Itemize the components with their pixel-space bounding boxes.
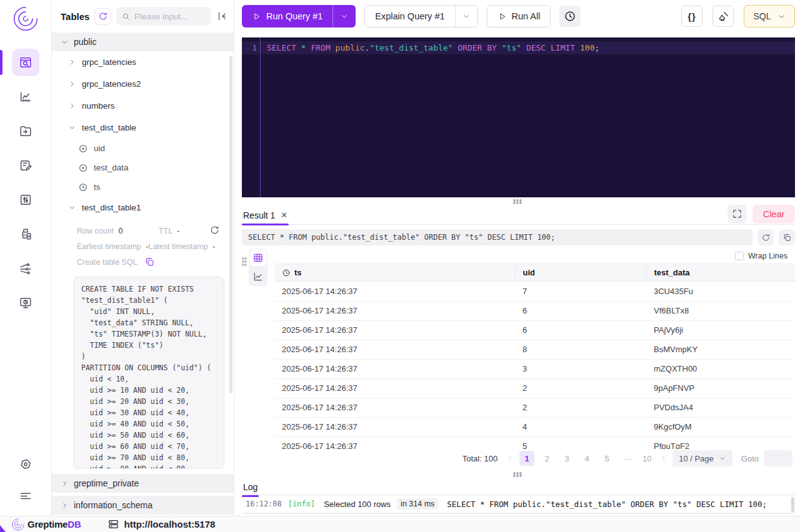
create-sql-row: Create table SQL [77,255,225,270]
table-row[interactable]: 2025-06-17 14:26:373mZQXTH00 [274,359,795,378]
tree-item-public[interactable]: public [52,32,234,51]
refresh-tables-button[interactable] [94,8,111,25]
copy-query-button[interactable] [779,229,795,245]
chevron-right-icon[interactable] [68,58,76,66]
explain-query-dropdown[interactable] [455,6,478,27]
greptime-logo-icon[interactable] [12,5,39,32]
rerun-query-button[interactable] [758,229,774,245]
sql-editor[interactable]: 1 SELECT * FROM public."test_dist_table"… [242,37,795,197]
clear-editor-button[interactable] [712,6,734,27]
page-10[interactable]: 10 [639,451,654,466]
nav-item-dashboards[interactable] [12,83,39,111]
editor-result-splitter[interactable] [235,197,800,206]
explain-query-button[interactable]: Explain Query #1 [365,11,454,21]
table-cell: 2 [515,398,646,417]
nav-item-cluster[interactable] [12,220,39,248]
chart-view-button[interactable] [250,268,266,285]
page-3[interactable]: 3 [559,451,574,466]
table-row[interactable]: 2025-06-17 14:26:375PfpuTqF2 [274,436,795,449]
strip-drag-handle[interactable] [242,257,247,266]
tree-item-numbers[interactable]: numbers [52,95,234,117]
nav-item-monitor[interactable] [12,289,39,317]
chevron-right-icon[interactable] [68,80,76,88]
chevron-right-icon[interactable] [68,102,76,110]
result-tab[interactable]: Result 1 ✕ [242,206,289,225]
page-4[interactable]: 4 [579,451,594,466]
chevron-down-icon[interactable] [61,38,69,46]
table-row[interactable]: 2025-06-17 14:26:3773CU435Fu [274,282,795,301]
page-5[interactable]: 5 [599,451,614,466]
clear-results-button[interactable]: Clear [752,205,795,224]
nav-item-scripts[interactable] [12,152,39,179]
goto-page-input[interactable] [764,450,792,466]
page-size-select[interactable]: 10 / Page [672,450,732,466]
fullscreen-button[interactable] [728,205,746,224]
chart-icon [19,90,32,104]
tree-item-uid[interactable]: uid [52,139,234,158]
result-log-splitter[interactable] [235,470,800,479]
tree-item-grpc_latencies[interactable]: grpc_latencies [52,51,234,73]
query-history-button[interactable] [559,6,581,27]
table-row[interactable]: 2025-06-17 14:26:376PAjVy6ji [274,320,795,340]
close-tab-icon[interactable]: ✕ [281,210,288,220]
table-row[interactable]: 2025-06-17 14:26:372PVDdsJA4 [274,398,795,417]
collapse-panel-icon[interactable] [216,11,228,22]
tree-item-ts[interactable]: ts [52,177,234,197]
tree-item-grpc_latencies2[interactable]: grpc_latencies2 [52,73,234,95]
chevron-down-icon[interactable] [68,124,76,132]
edit-document-icon [19,159,32,172]
nav-item-ingest[interactable] [12,117,39,145]
chevron-right-icon[interactable] [61,480,69,488]
query-echo-bar: SELECT * FROM public."test_dist_table" O… [242,229,795,245]
editor-code-line[interactable]: SELECT * FROM public."test_dist_table" O… [267,41,599,54]
prev-page-icon[interactable] [506,455,514,463]
table-view-button[interactable] [250,250,266,266]
nav-item-tables[interactable] [12,49,39,76]
server-url-text: http://localhost:5178 [124,519,216,530]
tree-item-test_dist_table[interactable]: test_dist_table [52,117,234,139]
format-code-button[interactable]: {} [681,6,702,27]
tree-item-test_dist_table1[interactable]: test_dist_table1 [52,197,234,219]
run-query-button[interactable]: Run Query #1 [242,11,332,21]
page-2[interactable]: 2 [539,451,554,466]
tables-panel-scrollbar[interactable] [229,56,232,393]
log-list[interactable]: 16:12:08 [info] Selected 100 rows in 314… [242,495,795,514]
time-index-icon [78,182,88,192]
copy-sql-icon[interactable] [144,257,155,267]
run-query-label: Run Query #1 [266,11,322,21]
next-page-icon[interactable] [659,455,668,463]
table-search-box[interactable] [116,7,211,26]
refresh-details-icon[interactable] [209,225,220,235]
tree-item-greptime_private[interactable]: greptime_private [52,474,234,493]
server-url[interactable]: http://localhost:5178 [108,518,216,530]
log-scrollbar[interactable] [791,497,794,512]
nav-item-status[interactable] [12,186,39,214]
log-tab[interactable]: Log [242,478,259,496]
chevron-right-icon[interactable] [61,501,69,510]
table-row[interactable]: 2025-06-17 14:26:376Vf6BLTx8 [274,301,795,320]
tree-item-information_schema[interactable]: information_schema [52,496,234,515]
create-table-sql-block[interactable]: CREATE TABLE IF NOT EXISTS"test_dist_tab… [73,277,224,469]
table-row[interactable]: 2025-06-17 14:26:3729pApFNVP [274,378,795,398]
chevron-down-icon[interactable] [68,204,76,212]
table-details: Row count 0 TTL - Earliest timestamp -La… [52,219,234,273]
run-all-button[interactable]: Run All [487,5,551,27]
play-icon [252,12,261,21]
column-header-uid[interactable]: uid [515,264,646,282]
column-header-ts[interactable]: ts [274,264,515,282]
page-1[interactable]: 1 [519,451,534,466]
nav-item-pipelines[interactable] [12,255,39,282]
sql-line: PARTITION ON COLUMNS ("uid") ( [81,362,216,373]
result-rows-viewport[interactable]: 2025-06-17 14:26:3773CU435Fu2025-06-17 1… [274,282,795,449]
menu-button[interactable] [14,485,37,507]
table-row[interactable]: 2025-06-17 14:26:378BsMVmpKY [274,340,795,359]
column-header-test-data[interactable]: test_data [646,264,795,282]
tree-item-test_data[interactable]: test_data [52,158,234,177]
wrap-lines-checkbox[interactable] [735,252,744,260]
settings-button[interactable] [14,453,37,476]
goto-label: Goto [741,454,759,463]
table-row[interactable]: 2025-06-17 14:26:3749KgcfOyM [274,417,795,436]
language-select[interactable]: SQL [744,5,795,27]
table-search-input[interactable] [134,12,200,21]
run-query-dropdown[interactable] [332,5,356,27]
